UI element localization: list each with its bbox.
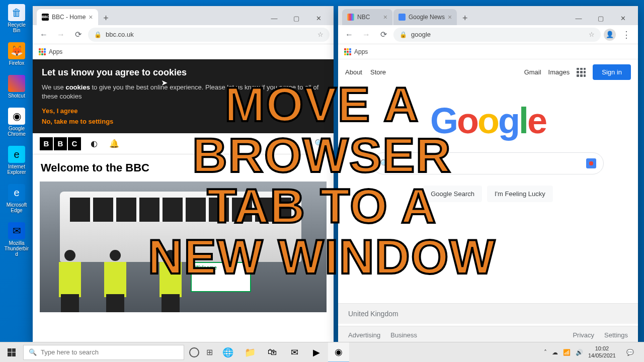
explorer-taskbar-icon[interactable]: 📁: [239, 342, 261, 363]
url-bar[interactable]: 🔒 bbc.co.uk ☆: [88, 28, 330, 42]
taskview-icon[interactable]: ⊞: [204, 347, 214, 357]
tab-google-news[interactable]: Google News ×: [393, 9, 457, 25]
bookmark-star-icon[interactable]: ☆: [317, 31, 324, 38]
search-icon[interactable]: 🔍: [312, 137, 327, 151]
store-link[interactable]: Store: [370, 68, 386, 76]
tab-bbc[interactable]: BBC BBC - Home ×: [37, 9, 98, 25]
shotcut-icon[interactable]: Shotcut: [4, 75, 29, 99]
reload-button[interactable]: ⟳: [376, 28, 390, 42]
cookie-banner: Let us know you agree to cookies We use …: [33, 59, 334, 133]
google-search-button[interactable]: Google Search: [423, 186, 482, 202]
taskbar: 🔍 Type here to search ⊞ 🌐 📁 🛍 ✉ ▶ ◉ ˄ ☁ …: [0, 342, 644, 362]
page-content: Let us know you agree to cookies We use …: [33, 59, 334, 344]
minimize-button[interactable]: —: [263, 11, 285, 25]
bbc-nav: BBC ◐ 🔔 🔍: [33, 133, 334, 154]
lucky-button[interactable]: I'm Feeling Lucky: [487, 186, 553, 202]
media-taskbar-icon[interactable]: ▶: [306, 342, 327, 363]
edge-taskbar-icon[interactable]: 🌐: [217, 342, 238, 363]
signin-icon[interactable]: ◐: [87, 137, 101, 151]
minimize-button[interactable]: —: [568, 11, 590, 25]
tab-close-icon[interactable]: ×: [89, 13, 93, 21]
about-link[interactable]: About: [345, 68, 362, 76]
url-text: google: [411, 31, 431, 38]
menu-icon[interactable]: ⋮: [619, 29, 634, 40]
new-tab-button[interactable]: +: [458, 11, 472, 25]
window-controls: — ▢ ✕: [263, 11, 330, 25]
chrome-taskbar-icon[interactable]: ◉: [328, 342, 349, 363]
close-button[interactable]: ✕: [612, 11, 634, 25]
url-text: bbc.co.uk: [106, 31, 134, 38]
apps-label[interactable]: Apps: [354, 48, 368, 55]
clock[interactable]: 10:02 14/05/2021: [588, 345, 616, 358]
apps-icon[interactable]: [344, 48, 351, 55]
tab-label: Google News: [409, 14, 445, 21]
footer-privacy[interactable]: Privacy: [573, 331, 594, 339]
cookie-settings-link[interactable]: No, take me to settings: [42, 118, 325, 125]
apps-icon[interactable]: [39, 48, 46, 55]
maximize-button[interactable]: ▢: [590, 11, 612, 25]
bbc-logo-icon[interactable]: BBC: [40, 137, 81, 150]
cortana-icon[interactable]: [189, 347, 199, 357]
browser-window-right: NBC × Google News × + — ▢ ✕ ← → ⟳ 🔒 goog…: [338, 6, 638, 344]
forward-button[interactable]: →: [359, 28, 373, 42]
googlenews-favicon-icon: [398, 14, 406, 21]
reload-button[interactable]: ⟳: [71, 28, 85, 42]
wifi-icon[interactable]: 📶: [563, 349, 571, 356]
tab-close-icon[interactable]: ×: [383, 13, 387, 21]
footer-business[interactable]: Business: [390, 331, 417, 339]
taskbar-search[interactable]: 🔍 Type here to search: [23, 345, 184, 360]
images-link[interactable]: Images: [548, 68, 570, 76]
tab-strip: NBC × Google News × + — ▢ ✕: [338, 6, 638, 25]
tab-label: BBC - Home: [52, 14, 86, 21]
cookie-agree-link[interactable]: Yes, I agree: [42, 107, 325, 115]
lock-icon: 🔒: [399, 31, 407, 38]
new-tab-button[interactable]: +: [99, 11, 113, 25]
url-bar[interactable]: 🔒 google ☆: [393, 28, 601, 42]
edge-icon[interactable]: eMicrosoft Edge: [4, 184, 29, 213]
search-input[interactable]: 🔍: [372, 152, 604, 174]
back-button[interactable]: ←: [342, 28, 356, 42]
mail-taskbar-icon[interactable]: ✉: [284, 342, 305, 363]
system-tray: ˄ ☁ 📶 🔊 10:02 14/05/2021 💬: [539, 342, 644, 363]
cookie-heading: Let us know you agree to cookies: [42, 67, 325, 78]
signin-button[interactable]: Sign in: [593, 64, 631, 80]
firefox-icon[interactable]: 🦊Firefox: [4, 42, 29, 66]
profile-avatar-icon[interactable]: 👤: [604, 29, 616, 41]
start-button[interactable]: [0, 342, 23, 363]
tray-chevron-icon[interactable]: ˄: [544, 349, 547, 356]
toolbar: ← → ⟳ 🔒 bbc.co.uk ☆: [33, 25, 334, 44]
search-placeholder: Type here to search: [41, 348, 99, 356]
bookmark-star-icon[interactable]: ☆: [589, 31, 595, 38]
onedrive-icon[interactable]: ☁: [552, 349, 558, 356]
search-icon: 🔍: [29, 348, 37, 356]
volume-icon[interactable]: 🔊: [576, 349, 583, 356]
thunderbird-icon[interactable]: ✉Mozilla Thunderbird: [4, 222, 29, 257]
window-controls: — ▢ ✕: [568, 11, 634, 25]
nbc-favicon-icon: [347, 14, 354, 21]
footer-advertising[interactable]: Advertising: [348, 331, 380, 339]
google-footer: Advertising Business Privacy Settings: [338, 326, 638, 344]
footer-settings[interactable]: Settings: [604, 331, 628, 339]
search-field[interactable]: [395, 159, 581, 168]
recycle-bin-icon[interactable]: 🗑Recycle Bin: [4, 4, 29, 33]
forward-button[interactable]: →: [54, 28, 68, 42]
close-button[interactable]: ✕: [307, 11, 330, 25]
browser-window-left: BBC BBC - Home × + — ▢ ✕ ← → ⟳ 🔒 bbc.co.…: [33, 6, 334, 344]
store-taskbar-icon[interactable]: 🛍: [262, 342, 283, 363]
chrome-icon[interactable]: ◉Google Chrome: [4, 108, 29, 137]
gmail-link[interactable]: Gmail: [524, 68, 541, 76]
notification-icon[interactable]: 💬: [621, 342, 639, 363]
ie-icon[interactable]: eInternet Explorer: [4, 146, 29, 175]
mic-icon[interactable]: [586, 158, 596, 168]
tab-close-icon[interactable]: ×: [448, 13, 452, 21]
notifications-icon[interactable]: 🔔: [107, 137, 121, 151]
maximize-button[interactable]: ▢: [285, 11, 307, 25]
tab-nbc[interactable]: NBC ×: [342, 9, 392, 25]
apps-grid-icon[interactable]: [577, 68, 586, 77]
cookie-body: We use cookies to give you the best onli…: [42, 83, 325, 101]
search-icon: 🔍: [380, 159, 390, 168]
bookmark-bar: Apps: [33, 44, 334, 59]
bbc-hero-image[interactable]: [40, 182, 327, 312]
back-button[interactable]: ←: [37, 28, 51, 42]
apps-label[interactable]: Apps: [49, 48, 62, 55]
